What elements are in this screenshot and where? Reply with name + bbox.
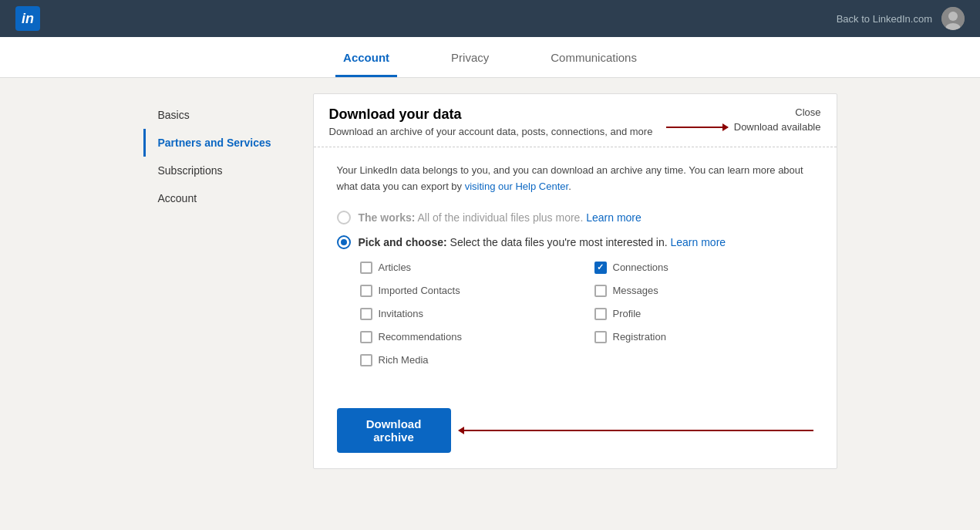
checkbox-articles-box[interactable] xyxy=(360,262,372,274)
close-button[interactable]: Close xyxy=(795,106,820,118)
checkbox-messages[interactable]: Messages xyxy=(594,285,813,297)
radio-pick-choose[interactable]: Pick and choose: Select the data files y… xyxy=(337,235,813,249)
header-left: in xyxy=(15,6,40,31)
checkbox-recommendations-box[interactable] xyxy=(360,331,372,343)
arrow-right-icon xyxy=(666,127,728,128)
checkbox-recommendations[interactable]: Recommendations xyxy=(360,331,579,343)
the-works-learn-more-link[interactable]: Learn more xyxy=(586,211,642,224)
download-available-row: Download available xyxy=(666,121,821,133)
download-archive-button[interactable]: Download archive xyxy=(337,408,451,453)
checkbox-invitations-box[interactable] xyxy=(360,308,372,320)
radio-the-works-circle xyxy=(337,211,351,224)
checkbox-articles[interactable]: Articles xyxy=(360,262,579,274)
back-to-linkedin-link[interactable]: Back to LinkedIn.com xyxy=(837,13,932,25)
tab-privacy[interactable]: Privacy xyxy=(443,37,497,77)
main-tabs: Account Privacy Communications xyxy=(0,37,980,78)
checkbox-connections[interactable]: Connections xyxy=(594,262,813,274)
section-header-left: Download your data Download an archive o… xyxy=(329,106,653,137)
linkedin-logo-icon: in xyxy=(15,6,40,31)
checkbox-invitations[interactable]: Invitations xyxy=(360,308,579,320)
download-available-text: Download available xyxy=(734,121,821,133)
avatar[interactable] xyxy=(941,7,965,30)
radio-the-works-label: The works: All of the individual files p… xyxy=(359,211,642,224)
section-header: Download your data Download an archive o… xyxy=(314,94,837,147)
sidebar-item-basics[interactable]: Basics xyxy=(143,101,313,129)
arrow-left-indicator xyxy=(459,430,813,431)
checkbox-rich-media-box[interactable] xyxy=(360,354,372,366)
help-center-link[interactable]: visiting our Help Center xyxy=(465,181,568,192)
sidebar: Basics Partners and Services Subscriptio… xyxy=(143,93,313,469)
checkbox-profile-box[interactable] xyxy=(594,308,607,320)
header: in Back to LinkedIn.com xyxy=(0,0,980,37)
section-subtitle: Download an archive of your account data… xyxy=(329,126,653,137)
checkbox-profile[interactable]: Profile xyxy=(594,308,813,320)
checkbox-imported-contacts[interactable]: Imported Contacts xyxy=(360,285,579,297)
checkbox-imported-contacts-box[interactable] xyxy=(360,285,372,297)
sidebar-item-partners[interactable]: Partners and Services xyxy=(143,129,313,157)
page-layout: Basics Partners and Services Subscriptio… xyxy=(143,78,837,484)
radio-the-works[interactable]: The works: All of the individual files p… xyxy=(337,211,813,224)
section-title: Download your data xyxy=(329,106,653,123)
sidebar-item-subscriptions[interactable]: Subscriptions xyxy=(143,157,313,184)
main-content: Download your data Download an archive o… xyxy=(313,93,837,469)
svg-point-1 xyxy=(948,12,958,21)
checkbox-connections-box[interactable] xyxy=(594,262,607,274)
pick-choose-learn-more-link[interactable]: Learn more xyxy=(670,236,726,248)
section-body: Your LinkedIn data belongs to you, and y… xyxy=(314,147,837,400)
tab-communications[interactable]: Communications xyxy=(543,37,645,77)
download-btn-area: Download archive xyxy=(314,400,837,468)
section-header-right: Close Download available xyxy=(666,106,821,133)
sidebar-item-account[interactable]: Account xyxy=(143,184,313,212)
radio-pick-choose-label: Pick and choose: Select the data files y… xyxy=(359,236,726,248)
checkbox-messages-box[interactable] xyxy=(594,285,607,297)
checkbox-rich-media[interactable]: Rich Media xyxy=(360,354,579,366)
arrow-left-line-icon xyxy=(459,430,813,431)
tab-account[interactable]: Account xyxy=(335,37,397,77)
checkbox-registration[interactable]: Registration xyxy=(594,331,813,343)
header-right: Back to LinkedIn.com xyxy=(837,7,965,30)
checkboxes-grid: Articles Connections Imported Contacts M… xyxy=(360,262,813,366)
intro-text: Your LinkedIn data belongs to you, and y… xyxy=(337,163,813,195)
checkbox-registration-box[interactable] xyxy=(594,331,607,343)
radio-pick-choose-circle xyxy=(337,235,351,249)
